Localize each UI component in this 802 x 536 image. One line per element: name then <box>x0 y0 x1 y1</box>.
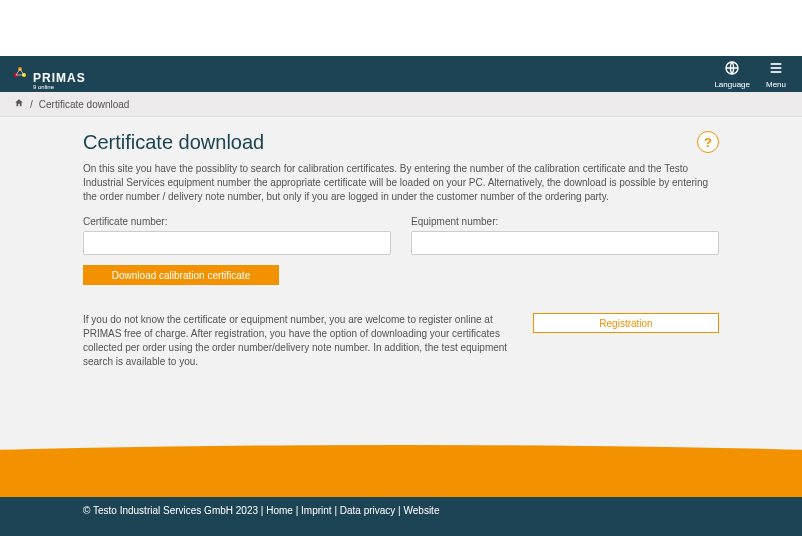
help-button[interactable]: ? <box>697 131 719 153</box>
footer-link-website[interactable]: Website <box>404 505 440 516</box>
logo-mark-icon <box>12 66 28 82</box>
footer-sep1: | <box>258 505 266 516</box>
header-right: Language Menu <box>714 60 786 89</box>
certificate-field-wrapper: Certificate number: <box>83 216 391 255</box>
main-content: Certificate download ? On this site you … <box>0 117 802 369</box>
download-button[interactable]: Download calibration certificate <box>83 265 279 285</box>
svg-line-3 <box>16 69 20 75</box>
menu-button[interactable]: Menu <box>766 60 786 89</box>
download-button-label: Download calibration certificate <box>112 270 250 281</box>
header-bar: PRIMAS 9 online Language Menu <box>0 56 802 92</box>
footer-link-privacy[interactable]: Data privacy <box>340 505 396 516</box>
registration-button-label: Registration <box>599 318 652 329</box>
top-gap <box>0 0 802 56</box>
language-button[interactable]: Language <box>714 60 750 89</box>
footer-copyright: © Testo Industrial Services GmbH 2023 <box>83 505 258 516</box>
footer-link-imprint[interactable]: Imprint <box>301 505 332 516</box>
hamburger-icon <box>768 60 784 78</box>
page-title: Certificate download <box>83 131 264 154</box>
equipment-field-wrapper: Equipment number: <box>411 216 719 255</box>
intro-text: On this site you have the possiblity to … <box>83 162 719 204</box>
info-text: If you do not know the certificate or eq… <box>83 313 513 369</box>
footer-bar: © Testo Industrial Services GmbH 2023 | … <box>0 497 802 536</box>
home-icon <box>14 99 24 110</box>
certificate-input[interactable] <box>83 231 391 255</box>
question-icon: ? <box>704 135 712 150</box>
language-label: Language <box>714 80 750 89</box>
certificate-label: Certificate number: <box>83 216 391 227</box>
registration-button[interactable]: Registration <box>533 313 719 333</box>
footer-sep3: | <box>332 505 340 516</box>
breadcrumb-separator: / <box>30 99 33 110</box>
footer-sep4: | <box>395 505 403 516</box>
logo-text-sub: 9 online <box>33 84 86 90</box>
breadcrumb-current: Certificate download <box>39 99 130 110</box>
secondary-row: If you do not know the certificate or eq… <box>83 313 719 369</box>
logo[interactable]: PRIMAS 9 online <box>12 58 86 90</box>
footer-sep2: | <box>293 505 301 516</box>
breadcrumb: / Certificate download <box>0 92 802 117</box>
breadcrumb-home[interactable] <box>14 98 24 110</box>
globe-icon <box>724 60 740 78</box>
footer-link-home[interactable]: Home <box>266 505 293 516</box>
logo-text-main: PRIMAS <box>33 58 86 84</box>
equipment-label: Equipment number: <box>411 216 719 227</box>
equipment-input[interactable] <box>411 231 719 255</box>
svg-line-4 <box>20 69 24 75</box>
form-row: Certificate number: Equipment number: <box>83 216 719 255</box>
footer-wave <box>0 445 802 497</box>
footer: © Testo Industrial Services GmbH 2023 | … <box>0 445 802 536</box>
menu-label: Menu <box>766 80 786 89</box>
